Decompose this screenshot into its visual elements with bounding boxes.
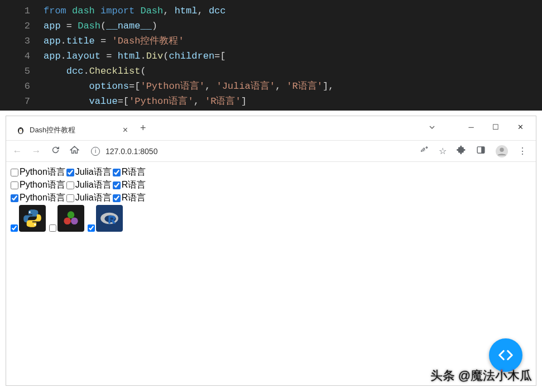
- r-logo-icon: [96, 205, 123, 232]
- checkbox-label: R语言: [122, 179, 146, 191]
- checkbox[interactable]: [88, 224, 95, 232]
- svg-point-10: [64, 217, 71, 224]
- share-icon[interactable]: [419, 145, 429, 157]
- icon-checklist: [11, 205, 531, 232]
- checkbox-label: Python语言: [20, 192, 65, 204]
- url-text: 127.0.0.1:8050: [105, 147, 157, 156]
- svg-point-8: [29, 211, 31, 213]
- code-line[interactable]: app.title = 'Dash控件教程': [44, 34, 334, 49]
- checkbox[interactable]: [66, 181, 74, 189]
- code-editor: 1234567 from dash import Dash, html, dcc…: [0, 0, 542, 111]
- python-logo-icon: [19, 205, 46, 232]
- checklist-item[interactable]: Julia语言: [66, 179, 112, 191]
- checklist-item[interactable]: Python语言: [11, 166, 65, 178]
- info-icon[interactable]: i: [91, 147, 100, 156]
- line-number: 5: [0, 64, 30, 79]
- icon-checklist-item[interactable]: [88, 205, 123, 232]
- tab-title: Dash控件教程: [30, 125, 75, 135]
- code-line[interactable]: options=['Python语言', 'Julia语言', 'R语言'],: [44, 79, 334, 94]
- profile-avatar[interactable]: [496, 145, 508, 157]
- checkbox[interactable]: [66, 194, 74, 202]
- code-line[interactable]: app = Dash(__name__): [44, 18, 334, 34]
- checkbox[interactable]: [49, 224, 56, 232]
- line-number: 7: [0, 94, 30, 109]
- maximize-button[interactable]: ☐: [483, 118, 508, 135]
- watermark: 头条 @魔法小木瓜: [430, 367, 532, 384]
- checkbox[interactable]: [113, 169, 121, 176]
- julia-logo-icon: [57, 205, 84, 232]
- checklist-item[interactable]: R语言: [113, 166, 146, 178]
- svg-rect-5: [481, 147, 485, 153]
- checklist-item[interactable]: Julia语言: [66, 192, 112, 204]
- svg-point-11: [71, 217, 78, 224]
- close-icon[interactable]: ×: [123, 125, 128, 135]
- close-window-button[interactable]: ✕: [508, 118, 533, 135]
- code-line[interactable]: app.layout = html.Div(children=[: [44, 49, 334, 64]
- titlebar: Dash控件教程 × + ─ ☐ ✕: [6, 116, 536, 141]
- code-line[interactable]: from dash import Dash, html, dcc: [44, 3, 334, 18]
- checklist-item[interactable]: R语言: [113, 179, 146, 191]
- checklist-row: Python语言Julia语言R语言: [11, 166, 531, 178]
- home-button[interactable]: [69, 145, 80, 157]
- reload-button[interactable]: [50, 145, 61, 157]
- icon-checklist-item[interactable]: [11, 205, 46, 232]
- line-number: 4: [0, 49, 30, 64]
- line-number: 1: [0, 3, 30, 18]
- svg-point-2: [20, 128, 21, 130]
- code-area[interactable]: from dash import Dash, html, dccapp = Da…: [44, 3, 334, 111]
- checkbox[interactable]: [11, 194, 18, 202]
- code-line[interactable]: value=['Python语言', 'R语言']: [44, 94, 334, 109]
- checkbox-label: Julia语言: [75, 179, 112, 191]
- checklist-item[interactable]: Python语言: [11, 192, 65, 204]
- checkbox-label: Julia语言: [75, 166, 112, 178]
- checkbox-label: Julia语言: [75, 192, 112, 204]
- browser-window: Dash控件教程 × + ─ ☐ ✕ ← → i 127.0.0.1:8050: [6, 116, 536, 386]
- checklist-item[interactable]: Julia语言: [66, 166, 112, 178]
- line-number: 3: [0, 34, 30, 49]
- browser-toolbar: ← → i 127.0.0.1:8050 ☆ ⋮: [6, 141, 536, 162]
- minimize-button[interactable]: ─: [459, 118, 483, 135]
- address-bar[interactable]: i 127.0.0.1:8050: [88, 147, 411, 156]
- checkbox-label: R语言: [122, 166, 146, 178]
- page-content: Python语言Julia语言R语言Python语言Julia语言R语言Pyth…: [6, 162, 536, 385]
- code-line[interactable]: dcc.Checklist(: [44, 64, 334, 79]
- penguin-icon: [16, 126, 25, 135]
- icon-checklist-item[interactable]: [49, 205, 84, 232]
- svg-point-9: [34, 224, 36, 226]
- svg-point-12: [68, 211, 75, 218]
- dash-devtools-button[interactable]: [489, 338, 522, 372]
- checklist-item[interactable]: R语言: [113, 192, 146, 204]
- extensions-icon[interactable]: [457, 145, 466, 157]
- checkbox[interactable]: [11, 181, 18, 189]
- checkbox[interactable]: [11, 169, 18, 176]
- star-icon[interactable]: ☆: [439, 146, 447, 156]
- svg-point-1: [19, 129, 22, 133]
- new-tab-button[interactable]: +: [140, 122, 146, 134]
- window-controls: ─ ☐ ✕: [459, 118, 533, 135]
- checkbox-label: R语言: [122, 192, 146, 204]
- menu-icon[interactable]: ⋮: [518, 146, 527, 156]
- checkbox[interactable]: [11, 224, 18, 232]
- svg-point-7: [500, 147, 503, 151]
- checkbox-label: Python语言: [20, 166, 65, 178]
- back-button[interactable]: ←: [12, 146, 23, 157]
- checklist-row: Python语言Julia语言R语言: [11, 179, 531, 191]
- chevron-down-icon[interactable]: [429, 123, 435, 133]
- checklist-row: Python语言Julia语言R语言: [11, 192, 531, 204]
- forward-button[interactable]: →: [31, 146, 42, 157]
- side-panel-icon[interactable]: [476, 145, 486, 157]
- line-gutter: 1234567: [0, 3, 44, 111]
- line-number: 2: [0, 18, 30, 34]
- checklist-item[interactable]: Python语言: [11, 179, 65, 191]
- svg-point-3: [21, 128, 22, 130]
- checkbox-label: Python语言: [20, 179, 65, 191]
- checkbox[interactable]: [113, 181, 121, 189]
- browser-tab[interactable]: Dash控件教程 ×: [11, 120, 133, 140]
- checkbox[interactable]: [113, 194, 121, 202]
- checkbox[interactable]: [66, 169, 74, 176]
- line-number: 6: [0, 79, 30, 94]
